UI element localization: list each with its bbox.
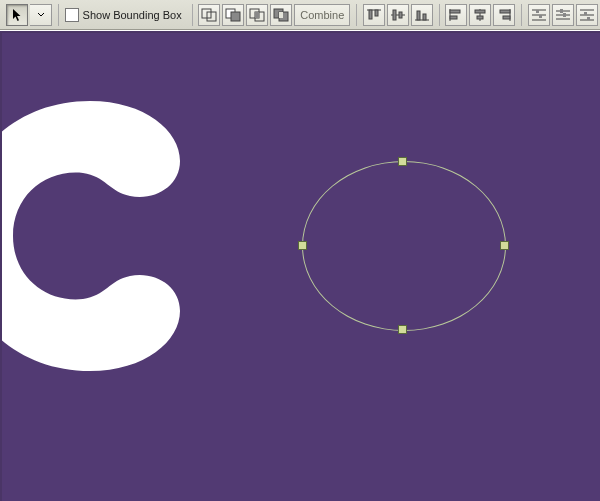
- combine-button[interactable]: Combine: [294, 4, 350, 26]
- svg-rect-15: [399, 12, 402, 18]
- ruler-edge-horizontal: [0, 31, 600, 33]
- distribute-top-button[interactable]: [528, 4, 550, 26]
- align-right-icon: [496, 8, 512, 22]
- separator: [356, 4, 357, 26]
- distribute-bottom-icon: [579, 8, 595, 22]
- align-horizontal-center-button[interactable]: [469, 4, 491, 26]
- svg-rect-41: [584, 12, 587, 15]
- svg-rect-14: [393, 10, 396, 20]
- pathfinder-minus-front-button[interactable]: [222, 4, 244, 26]
- pathfinder-exclude-icon: [273, 8, 289, 22]
- svg-rect-24: [477, 16, 483, 19]
- options-toolbar: Show Bounding Box Combine: [0, 0, 600, 30]
- svg-rect-11: [369, 10, 372, 19]
- svg-rect-37: [563, 13, 566, 17]
- separator: [521, 4, 522, 26]
- pathfinder-unite-icon: [201, 8, 217, 22]
- anchor-point-left[interactable]: [298, 241, 307, 250]
- pathfinder-intersect-icon: [249, 8, 265, 22]
- separator: [192, 4, 193, 26]
- align-left-button[interactable]: [445, 4, 467, 26]
- svg-rect-32: [539, 15, 542, 18]
- align-vcenter-icon: [390, 8, 406, 22]
- align-bottom-button[interactable]: [411, 4, 433, 26]
- selection-tool-button[interactable]: [6, 4, 28, 26]
- artboard-canvas[interactable]: [0, 31, 600, 501]
- distribute-bottom-button[interactable]: [576, 4, 598, 26]
- svg-rect-23: [475, 10, 485, 13]
- svg-rect-42: [587, 17, 590, 20]
- svg-rect-6: [255, 12, 259, 18]
- anchor-point-top[interactable]: [398, 157, 407, 166]
- selected-ellipse-path[interactable]: [302, 161, 506, 331]
- white-c-shape: [0, 101, 215, 371]
- svg-rect-17: [417, 11, 420, 20]
- show-bounding-box-label: Show Bounding Box: [83, 9, 182, 21]
- svg-rect-3: [231, 12, 240, 21]
- separator: [439, 4, 440, 26]
- svg-rect-18: [423, 14, 426, 20]
- selection-arrow-icon: [12, 8, 22, 22]
- combine-label: Combine: [300, 9, 344, 21]
- separator: [58, 4, 59, 26]
- svg-rect-12: [375, 10, 378, 16]
- distribute-vertical-center-button[interactable]: [552, 4, 574, 26]
- align-top-icon: [366, 8, 382, 22]
- pathfinder-unite-button[interactable]: [198, 4, 220, 26]
- svg-rect-26: [500, 10, 510, 13]
- anchor-point-bottom[interactable]: [398, 325, 407, 334]
- align-hcenter-icon: [472, 8, 488, 22]
- svg-rect-21: [450, 16, 457, 19]
- pathfinder-exclude-button[interactable]: [270, 4, 292, 26]
- svg-rect-31: [536, 10, 539, 13]
- anchor-point-right[interactable]: [500, 241, 509, 250]
- align-vertical-center-button[interactable]: [387, 4, 409, 26]
- svg-rect-27: [503, 16, 510, 19]
- selection-tool-dropdown[interactable]: [30, 4, 52, 26]
- svg-rect-9: [279, 12, 283, 18]
- checkbox-box-icon: [65, 8, 79, 22]
- pathfinder-minus-front-icon: [225, 8, 241, 22]
- ruler-edge-vertical: [0, 31, 2, 501]
- pathfinder-intersect-button[interactable]: [246, 4, 268, 26]
- svg-rect-36: [560, 9, 563, 13]
- align-left-icon: [448, 8, 464, 22]
- align-bottom-icon: [414, 8, 430, 22]
- chevron-down-icon: [37, 12, 45, 18]
- show-bounding-box-checkbox[interactable]: Show Bounding Box: [65, 8, 182, 22]
- align-right-button[interactable]: [493, 4, 515, 26]
- svg-rect-20: [450, 10, 460, 13]
- distribute-top-icon: [531, 8, 547, 22]
- distribute-vcenter-icon: [555, 8, 571, 22]
- align-top-button[interactable]: [363, 4, 385, 26]
